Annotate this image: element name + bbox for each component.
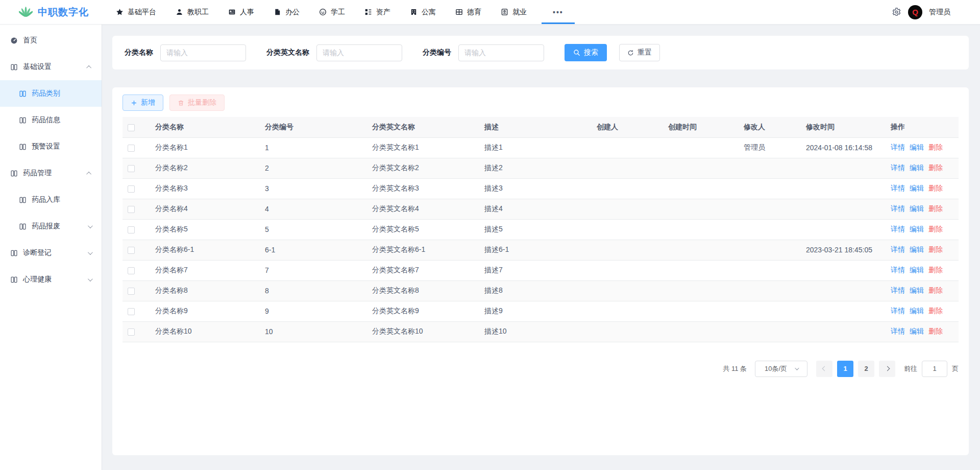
sidebar-item-5[interactable]: 预警设置 <box>0 133 102 160</box>
table-row: 分类名称99分类英文名称9描述9详情编辑删除 <box>122 301 959 321</box>
nav-item-3[interactable]: 人事 <box>218 0 264 24</box>
nav-item-6[interactable]: 资产 <box>355 0 400 24</box>
row-checkbox[interactable] <box>128 288 135 295</box>
detail-link[interactable]: 详情 <box>891 204 905 213</box>
cell-desc: 描述8 <box>479 280 592 301</box>
cell-desc: 描述1 <box>479 137 592 158</box>
sidebar-item-1[interactable]: 首页 <box>0 27 102 54</box>
row-checkbox[interactable] <box>128 328 135 336</box>
cell-code: 7 <box>260 260 367 280</box>
sidebar-item-2[interactable]: 基础设置 <box>0 54 102 80</box>
row-checkbox[interactable] <box>128 247 135 254</box>
select-all-checkbox[interactable] <box>128 124 135 131</box>
row-checkbox[interactable] <box>128 165 135 172</box>
row-checkbox[interactable] <box>128 185 135 193</box>
cell-create-time <box>663 240 739 260</box>
brand[interactable]: 中职数字化 <box>0 0 102 24</box>
edit-link[interactable]: 编辑 <box>910 245 924 253</box>
search-field-input-2[interactable] <box>316 44 402 61</box>
reset-button[interactable]: 重置 <box>619 44 660 61</box>
row-checkbox[interactable] <box>128 308 135 315</box>
search-button[interactable]: 搜索 <box>565 44 607 61</box>
batch-delete-button[interactable]: 批量删除 <box>169 95 225 111</box>
row-checkbox[interactable] <box>128 226 135 233</box>
delete-link[interactable]: 删除 <box>928 286 943 294</box>
delete-link[interactable]: 删除 <box>928 307 943 315</box>
nav-item-1[interactable]: 基础平台 <box>106 0 166 24</box>
edit-link[interactable]: 编辑 <box>910 225 924 233</box>
sidebar-item-6[interactable]: 药品管理 <box>0 160 102 186</box>
delete-link[interactable]: 删除 <box>928 184 943 192</box>
row-checkbox[interactable] <box>128 145 135 152</box>
prev-page-button[interactable] <box>816 361 832 377</box>
edit-link[interactable]: 编辑 <box>910 204 924 213</box>
nav-item-7[interactable]: 公寓 <box>400 0 446 24</box>
sidebar-item-9[interactable]: 诊断登记 <box>0 240 102 266</box>
brand-leaf-icon <box>19 6 33 18</box>
table-row: 分类名称33分类英文名称3描述3详情编辑删除 <box>122 178 959 199</box>
edit-link[interactable]: 编辑 <box>910 327 924 335</box>
detail-link[interactable]: 详情 <box>891 286 905 294</box>
delete-link[interactable]: 删除 <box>928 143 943 151</box>
sidebar-item-8[interactable]: 药品报废 <box>0 213 102 240</box>
row-checkbox[interactable] <box>128 267 135 274</box>
plus-icon <box>131 100 137 106</box>
search-field-label: 分类英文名称 <box>266 48 309 57</box>
nav-item-4[interactable]: 办公 <box>264 0 309 24</box>
nav-item-8[interactable]: 德育 <box>446 0 491 24</box>
goto-page-input[interactable] <box>922 361 947 377</box>
search-field-input-3[interactable] <box>458 44 544 61</box>
cell-en-name: 分类英文名称7 <box>367 260 479 280</box>
detail-link[interactable]: 详情 <box>891 327 905 335</box>
delete-link[interactable]: 删除 <box>928 327 943 335</box>
nav-item-2[interactable]: 教职工 <box>166 0 218 24</box>
detail-link[interactable]: 详情 <box>891 245 905 253</box>
cell-desc: 描述9 <box>479 301 592 321</box>
edit-link[interactable]: 编辑 <box>910 307 924 315</box>
detail-link[interactable]: 详情 <box>891 184 905 192</box>
cell-desc: 描述2 <box>479 158 592 178</box>
page-size-select[interactable]: 10条/页 <box>755 361 807 377</box>
cell-creator <box>592 280 663 301</box>
add-button[interactable]: 新增 <box>122 95 163 111</box>
admin-name[interactable]: 管理员 <box>929 8 950 17</box>
delete-link[interactable]: 删除 <box>928 245 943 253</box>
cell-create-time <box>663 178 739 199</box>
page-button-1[interactable]: 1 <box>837 361 853 377</box>
settings-gear-icon[interactable] <box>892 7 901 17</box>
delete-link[interactable]: 删除 <box>928 225 943 233</box>
sidebar-item-3[interactable]: 药品类别 <box>0 80 102 107</box>
sidebar-item-7[interactable]: 药品入库 <box>0 186 102 213</box>
page-button-2[interactable]: 2 <box>858 361 874 377</box>
table-header: 分类名称分类编号分类英文名称描述创建人创建时间修改人修改时间操作 <box>122 117 959 137</box>
table-card: 新增 批量删除 分类名称分类编号分类英文名称描述创建 <box>112 87 969 455</box>
avatar[interactable]: Q <box>908 5 922 19</box>
detail-link[interactable]: 详情 <box>891 266 905 274</box>
cell-checkbox <box>122 199 150 219</box>
detail-link[interactable]: 详情 <box>891 307 905 315</box>
edit-link[interactable]: 编辑 <box>910 143 924 151</box>
edit-link[interactable]: 编辑 <box>910 163 924 172</box>
row-checkbox[interactable] <box>128 206 135 213</box>
table-row: 分类名称11分类英文名称1描述1管理员2024-01-08 16:14:58详情… <box>122 137 959 158</box>
nav-item-5[interactable]: 学工 <box>309 0 355 24</box>
cell-checkbox <box>122 280 150 301</box>
edit-link[interactable]: 编辑 <box>910 184 924 192</box>
edit-link[interactable]: 编辑 <box>910 286 924 294</box>
delete-link[interactable]: 删除 <box>928 266 943 274</box>
nav-item-9[interactable]: 就业 <box>491 0 536 24</box>
sidebar-item-10[interactable]: 心理健康 <box>0 266 102 293</box>
detail-link[interactable]: 详情 <box>891 163 905 172</box>
next-page-button[interactable] <box>879 361 895 377</box>
delete-link[interactable]: 删除 <box>928 204 943 213</box>
detail-link[interactable]: 详情 <box>891 143 905 151</box>
sidebar-item-label: 药品信息 <box>32 115 91 125</box>
sidebar-item-4[interactable]: 药品信息 <box>0 107 102 133</box>
nav-more-button[interactable]: ••• <box>536 0 580 24</box>
search-field-input-1[interactable] <box>160 44 246 61</box>
delete-link[interactable]: 删除 <box>928 163 943 172</box>
book-icon <box>19 196 27 204</box>
detail-link[interactable]: 详情 <box>891 225 905 233</box>
column-header-6: 创建时间 <box>663 117 739 137</box>
edit-link[interactable]: 编辑 <box>910 266 924 274</box>
